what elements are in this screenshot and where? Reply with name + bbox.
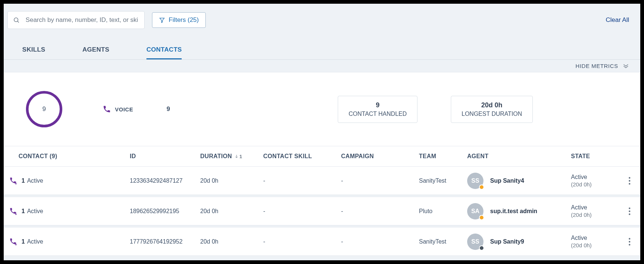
inbound-call-icon [10,238,17,245]
col-id[interactable]: ID [130,153,200,160]
cell-skill: - [263,208,341,215]
search-input[interactable] [25,16,139,24]
total-ring-value: 9 [42,105,46,113]
col-duration[interactable]: DURATION 1 [200,153,263,160]
contact-status: Active [27,238,43,245]
more-vertical-icon [628,207,631,215]
inbound-call-icon [10,177,17,185]
svg-point-7 [629,183,630,184]
status-badge [479,215,484,220]
cell-duration: 20d 0h [200,238,263,245]
col-contact[interactable]: CONTACT (9) [4,153,130,160]
row-menu-button[interactable] [623,234,636,250]
contact-count: 1 [22,238,25,245]
cell-state: Active (20d 0h) [571,235,623,248]
more-vertical-icon [628,177,631,185]
filter-icon [159,17,165,23]
state-label: Active [571,235,623,241]
agent-name: sup.it.test admin [490,208,537,215]
cell-id: 1777926764192952 [130,238,200,245]
svg-point-9 [629,207,630,209]
state-duration: (20d 0h) [571,242,623,248]
row-menu-button[interactable] [623,173,636,189]
col-agent[interactable]: AGENT [467,153,571,160]
table-body: 1 Active 1233634292487127 20d 0h - - San… [4,167,640,256]
hide-metrics-button[interactable]: HIDE METRICS [575,63,618,69]
chevron-double-down-icon [622,63,629,69]
col-team[interactable]: TEAM [419,153,467,160]
col-skill[interactable]: CONTACT SKILL [263,153,341,160]
tab-contacts[interactable]: CONTACTS [146,40,182,59]
cell-campaign: - [341,208,419,215]
cell-skill: - [263,238,341,245]
search-box[interactable] [7,11,145,29]
svg-line-1 [17,21,19,22]
tabs: SKILLS AGENTS CONTACTS [4,40,640,60]
cell-agent: SS Sup Sanity4 [467,173,571,189]
svg-point-14 [629,241,630,242]
search-icon [13,16,20,24]
cell-campaign: - [341,238,419,245]
svg-point-6 [629,180,630,181]
cell-duration: 20d 0h [200,208,263,215]
state-label: Active [571,174,623,180]
cell-duration: 20d 0h [200,177,263,184]
sort-indicator: 1 [234,154,242,159]
svg-point-15 [629,244,630,245]
total-ring: 9 [26,91,62,127]
more-vertical-icon [628,238,631,246]
svg-point-13 [629,238,630,239]
status-badge [479,185,484,190]
sort-number: 1 [240,154,242,159]
clear-all-link[interactable]: Clear All [602,16,633,24]
arrow-down-icon [234,154,239,159]
cell-team: Pluto [419,208,467,215]
svg-marker-2 [160,18,164,23]
row-menu-button[interactable] [623,203,636,219]
toolbar: Filters (25) Clear All [4,4,640,36]
svg-point-0 [14,18,18,22]
table-row[interactable]: 1 Active 1233634292487127 20d 0h - - San… [4,167,640,195]
state-duration: (20d 0h) [571,181,623,188]
metric-card-longest: 20d 0h LONGEST DURATION [451,96,533,123]
svg-point-5 [629,177,630,178]
avatar: SS [467,234,483,250]
cell-team: SanityTest [419,177,467,184]
table-row[interactable]: 1 Active 1777926764192952 20d 0h - - San… [4,228,640,256]
metrics-panel: 9 VOICE 9 9 CONTACT HANDLED 20d 0h LONGE… [4,72,640,146]
metric-handled-label: CONTACT HANDLED [349,111,407,117]
metric-longest-label: LONGEST DURATION [462,111,522,117]
filters-button[interactable]: Filters (25) [152,12,206,28]
cell-agent: SS Sup Sanity9 [467,234,571,250]
cell-id: 1233634292487127 [130,177,200,184]
tab-agents[interactable]: AGENTS [82,40,109,59]
avatar: SS [467,173,483,189]
metric-card-handled: 9 CONTACT HANDLED [338,96,417,123]
cell-campaign: - [341,177,419,184]
tab-skills[interactable]: SKILLS [22,40,45,59]
metrics-toggle-row: HIDE METRICS [4,60,640,72]
table-row[interactable]: 1 Active 189626529992195 20d 0h - - Plut… [4,197,640,225]
cell-state: Active (20d 0h) [571,204,623,218]
table-header: CONTACT (9) ID DURATION 1 CONTACT SKILL … [4,146,640,167]
voice-value: 9 [166,105,170,113]
filters-label: Filters (25) [169,16,199,24]
avatar: SA [467,203,483,219]
agent-name: Sup Sanity4 [490,177,524,184]
phone-icon [103,105,110,113]
inbound-call-icon [10,208,17,215]
voice-label: VOICE [115,106,133,113]
state-duration: (20d 0h) [571,212,623,218]
cell-agent: SA sup.it.test admin [467,203,571,219]
col-state[interactable]: STATE [571,153,623,160]
state-label: Active [571,204,623,211]
contact-count: 1 [22,177,25,184]
svg-point-11 [629,213,630,215]
cell-skill: - [263,177,341,184]
status-badge [479,245,484,251]
contact-status: Active [27,208,43,215]
contact-count: 1 [22,208,25,215]
svg-point-10 [629,210,630,212]
cell-state: Active (20d 0h) [571,174,623,188]
col-campaign[interactable]: CAMPAIGN [341,153,419,160]
